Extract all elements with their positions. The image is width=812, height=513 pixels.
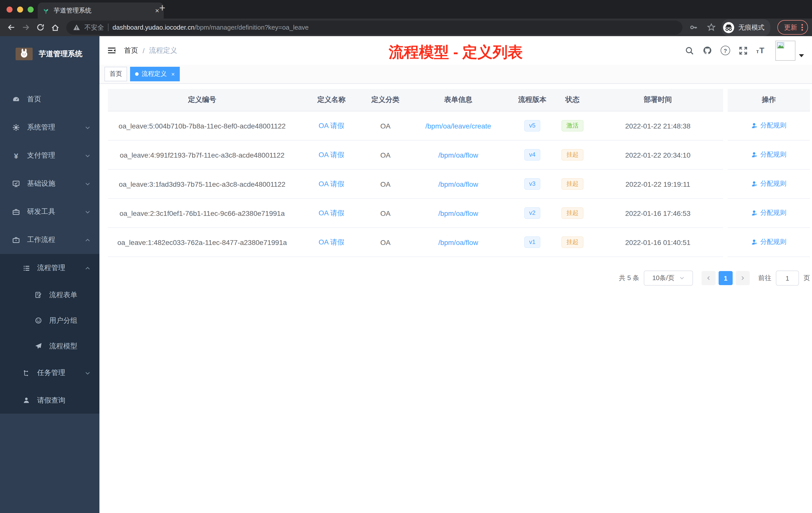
definition-category: OA (367, 180, 404, 188)
sidebar-item-system[interactable]: 系统管理 (0, 114, 99, 142)
breadcrumb-home[interactable]: 首页 (124, 46, 138, 55)
current-page-button[interactable]: 1 (719, 271, 733, 285)
column-header: 定义名称 (296, 95, 367, 104)
sidebar-item-infra[interactable]: 基础设施 (0, 170, 99, 198)
assign-rule-button[interactable]: 分配规则 (751, 121, 786, 130)
next-page-button[interactable] (736, 271, 750, 285)
assign-rule-button[interactable]: 分配规则 (751, 209, 786, 218)
assign-rule-label: 分配规则 (760, 238, 786, 247)
chevron-down-icon (85, 209, 90, 215)
pagination: 共 5 条 10条/页 1 前往 页 (108, 271, 810, 285)
reload-icon[interactable] (33, 20, 48, 35)
tag-process-definition[interactable]: 流程定义 × (130, 67, 180, 81)
address-bar[interactable]: 不安全 dashboard.yudao.iocoder.cn/bpm/manag… (66, 20, 683, 34)
sidebar-item-user-group[interactable]: 用户分组 (0, 308, 99, 333)
definition-name-link[interactable]: OA 请假 (319, 209, 345, 217)
update-button[interactable]: 更新 (778, 20, 808, 35)
sidebar-logo[interactable]: 芋道管理系统 (0, 36, 99, 71)
table-row: oa_leave:2:3c1f0ef1-76b1-11ec-9c66-a2380… (108, 199, 723, 228)
sidebar-item-label: 支付管理 (27, 151, 85, 160)
new-tab-button[interactable]: + (159, 2, 166, 14)
goto-unit-label: 页 (804, 274, 810, 282)
status-badge: 挂起 (561, 236, 583, 248)
gear-icon (12, 123, 20, 131)
sidebar-item-pay[interactable]: ¥ 支付管理 (0, 142, 99, 170)
table-row: oa_leave:3:1fad3d93-7b75-11ec-a3c8-acde4… (108, 170, 723, 199)
chevron-down-icon (85, 125, 90, 130)
version-badge: v1 (524, 236, 540, 248)
column-header: 状态 (552, 95, 592, 104)
form-link[interactable]: /bpm/oa/flow (438, 209, 478, 217)
sidebar-item-process-model[interactable]: 流程模型 (0, 333, 99, 359)
url-text[interactable]: dashboard.yudao.iocoder.cn/bpm/manager/d… (113, 24, 309, 31)
sidebar-item-label: 工作流程 (27, 235, 85, 244)
zoom-window-button[interactable] (28, 6, 34, 12)
form-link[interactable]: /bpm/oa/flow (438, 180, 478, 188)
sidebar-item-devtools[interactable]: 研发工具 (0, 198, 99, 226)
definition-name-link[interactable]: OA 请假 (319, 179, 345, 187)
security-label[interactable]: 不安全 (84, 23, 104, 32)
forward-icon[interactable] (19, 20, 33, 35)
version-badge: v4 (524, 149, 540, 161)
sidebar-item-home[interactable]: 首页 (0, 85, 99, 114)
fullscreen-icon[interactable] (739, 46, 748, 55)
github-icon[interactable] (702, 46, 712, 55)
status-badge: 挂起 (561, 207, 583, 219)
sidebar-item-label: 流程管理 (37, 264, 85, 273)
definition-name-link[interactable]: OA 请假 (319, 121, 345, 129)
column-header: 表单信息 (404, 95, 512, 104)
definition-name-link[interactable]: OA 请假 (319, 238, 345, 246)
close-window-button[interactable] (6, 6, 12, 12)
assign-rule-button[interactable]: 分配规则 (751, 238, 786, 247)
window-controls (6, 6, 34, 12)
home-icon[interactable] (48, 20, 62, 35)
sidebar-item-workflow[interactable]: 工作流程 (0, 226, 99, 254)
prev-page-button[interactable] (701, 271, 716, 285)
version-badge: v5 (524, 120, 540, 131)
bookmark-star-icon[interactable] (704, 20, 719, 35)
definition-name-link[interactable]: OA 请假 (319, 150, 345, 158)
assign-rule-label: 分配规则 (760, 150, 786, 159)
update-label: 更新 (784, 23, 797, 32)
content-area: 定义编号 定义名称 定义分类 表单信息 流程版本 状态 部署时间 oa_leav… (99, 84, 812, 513)
deploy-time: 2022-01-22 20:34:10 (592, 151, 723, 159)
tab-strip: 芋道管理系统 × + (0, 0, 812, 19)
minimize-window-button[interactable] (17, 6, 23, 12)
goto-page-input[interactable] (776, 271, 799, 285)
column-header: 操作 (728, 95, 810, 104)
status-badge: 挂起 (561, 178, 583, 190)
sidebar-item-process-mgmt[interactable]: 流程管理 (0, 254, 99, 282)
sidebar-item-task-mgmt[interactable]: 任务管理 (0, 359, 99, 387)
tab-close-icon[interactable]: × (155, 7, 159, 14)
sidebar-menu: 首页 系统管理 ¥ 支付管理 (0, 71, 99, 414)
list-icon (22, 264, 30, 272)
hamburger-icon[interactable] (108, 46, 116, 55)
app-title: 芋道管理系统 (39, 49, 82, 58)
browser-menu-icon[interactable] (802, 24, 803, 31)
form-link[interactable]: /bpm/oa/flow (438, 151, 478, 159)
form-link[interactable]: /bpm/oa/flow (438, 238, 478, 246)
search-icon[interactable] (685, 46, 694, 55)
active-dot (135, 72, 139, 76)
sidebar-item-process-form[interactable]: 流程表单 (0, 282, 99, 308)
logo-avatar (16, 48, 33, 60)
status-badge: 激活 (561, 120, 583, 131)
page-size-select[interactable]: 10条/页 (644, 271, 693, 285)
assign-rule-button[interactable]: 分配规则 (751, 150, 786, 159)
tag-close-icon[interactable]: × (171, 70, 175, 78)
warning-icon (73, 24, 80, 31)
tag-home[interactable]: 首页 (105, 67, 127, 81)
column-header: 部署时间 (592, 95, 723, 104)
assign-rule-button[interactable]: 分配规则 (751, 179, 786, 188)
browser-tab[interactable]: 芋道管理系统 × (38, 2, 164, 19)
avatar-caret-icon[interactable] (799, 54, 804, 57)
key-icon[interactable] (687, 20, 701, 35)
back-icon[interactable] (4, 20, 19, 35)
form-link[interactable]: /bpm/oa/leave/create (425, 122, 491, 130)
sidebar-item-label: 任务管理 (37, 368, 85, 378)
avatar[interactable] (775, 40, 795, 60)
font-size-icon[interactable]: тT (756, 46, 765, 55)
sidebar-item-leave-query[interactable]: 请假查询 (0, 387, 99, 414)
version-badge: v3 (524, 178, 540, 190)
help-icon[interactable]: ? (721, 46, 730, 55)
